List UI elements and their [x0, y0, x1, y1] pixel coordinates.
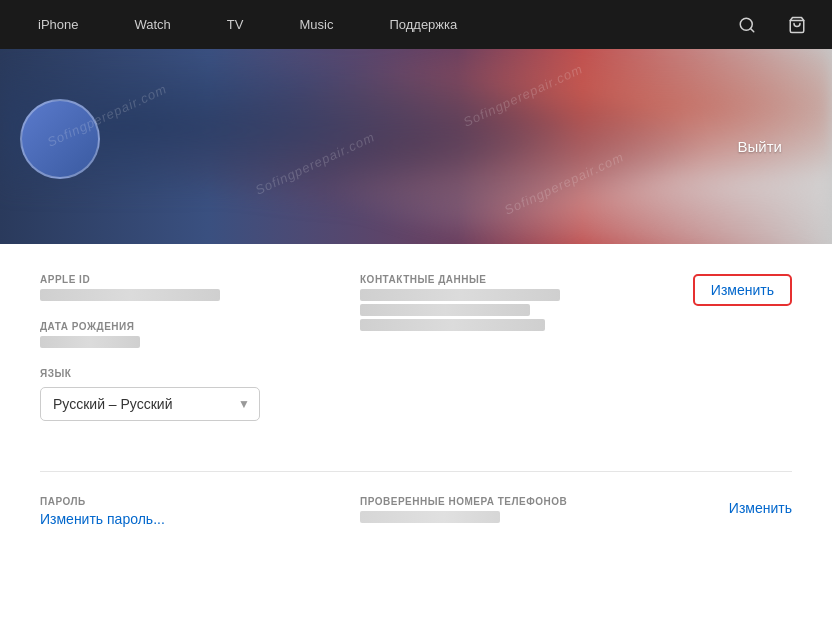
hero-banner: Sofingperepair.com Sofingperepair.com So…	[0, 49, 832, 244]
apple-id-group: APPLE ID	[40, 274, 320, 301]
edit-contacts-button[interactable]: Изменить	[693, 274, 792, 306]
nav-iphone[interactable]: iPhone	[10, 0, 106, 49]
phones-value	[360, 511, 689, 523]
profile-content: Sofingperepair.com Sofingperepair.com So…	[0, 244, 832, 557]
apple-id-value	[40, 289, 320, 301]
nav-music[interactable]: Music	[271, 0, 361, 49]
nav-tv[interactable]: TV	[199, 0, 272, 49]
logout-button[interactable]: Выйти	[738, 138, 782, 155]
nav-support[interactable]: Поддержка	[361, 0, 485, 49]
lang-select-wrapper[interactable]: Русский – Русский English Deutsch França…	[40, 387, 260, 421]
contacts-label: КОНТАКТНЫЕ ДАННЫЕ	[360, 274, 653, 285]
birth-label: ДАТА РОЖДЕНИЯ	[40, 321, 320, 332]
birth-value	[40, 336, 320, 348]
svg-line-1	[750, 28, 753, 31]
change-password-link[interactable]: Изменить пароль...	[40, 511, 320, 527]
contacts-values	[360, 289, 653, 331]
section-divider	[40, 471, 792, 472]
lang-label: ЯЗЫК	[40, 368, 320, 379]
navbar: iPhone Watch TV Music Поддержка	[0, 0, 832, 49]
birth-group: ДАТА РОЖДЕНИЯ	[40, 321, 320, 348]
search-icon[interactable]	[722, 0, 772, 49]
apple-id-label: APPLE ID	[40, 274, 320, 285]
contacts-group: КОНТАКТНЫЕ ДАННЫЕ	[360, 274, 653, 331]
edit-phones-button[interactable]: Изменить	[729, 500, 792, 516]
lang-group: ЯЗЫК Русский – Русский English Deutsch F…	[40, 368, 320, 421]
avatar	[20, 99, 100, 179]
password-section: ПАРОЛЬ Изменить пароль... ПРОВЕРЕННЫЕ НО…	[40, 496, 792, 527]
password-label: ПАРОЛЬ	[40, 496, 320, 507]
bag-icon[interactable]	[772, 0, 822, 49]
nav-watch[interactable]: Watch	[106, 0, 198, 49]
phones-label: ПРОВЕРЕННЫЕ НОМЕРА ТЕЛЕФОНОВ	[360, 496, 689, 507]
lang-select[interactable]: Русский – Русский English Deutsch França…	[40, 387, 260, 421]
